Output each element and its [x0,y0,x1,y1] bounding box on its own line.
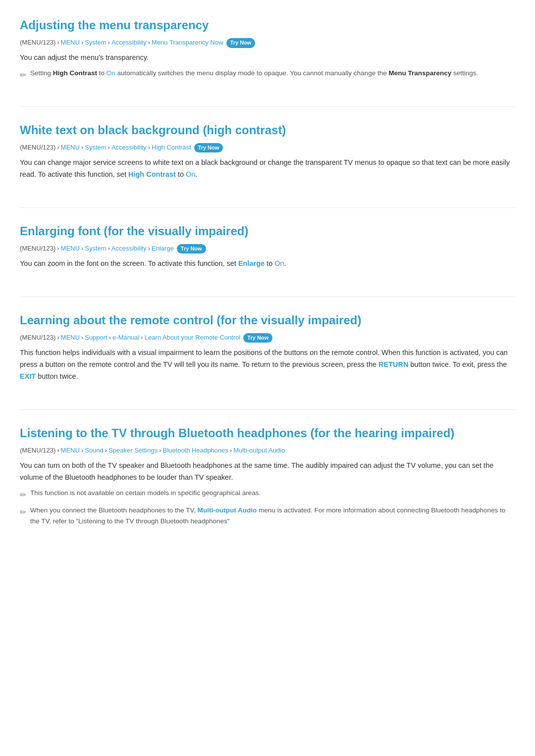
breadcrumb-menu-2: MENU [61,143,80,153]
sep: › [57,333,59,343]
sep: › [81,38,83,48]
breadcrumb-1: (MENU/123) › MENU › System › Accessibili… [20,38,515,48]
divider-1 [20,106,515,107]
sep: › [159,446,161,456]
section-title-3: Enlarging font (for the visually impaire… [20,222,515,241]
breadcrumb-menu123-4: (MENU/123) [20,333,55,343]
body-text-4: This function helps individuals with a v… [20,347,515,383]
body-text-2: You can change major service screens to … [20,157,515,181]
note-icon-1: ✏ [20,69,26,82]
sep: › [148,244,150,254]
note-1: ✏ Setting High Contrast to On automatica… [20,68,515,82]
section-enlarge-font: Enlarging font (for the visually impaire… [20,222,515,279]
try-now-badge-3[interactable]: Try Now [177,244,206,254]
body-text-3: You can zoom in the font on the screen. … [20,258,515,270]
breadcrumb-menu-transparency: Menu Transparency Now [152,38,223,48]
sep: › [109,333,111,343]
section-menu-transparency: Adjusting the menu transparency (MENU/12… [20,16,515,89]
breadcrumb-accessibility-3: Accessibility [111,244,147,254]
breadcrumb-menu123-3: (MENU/123) [20,244,55,254]
sep: › [57,244,59,254]
note-text-1: Setting High Contrast to On automaticall… [30,68,478,79]
breadcrumb-speaker-settings: Speaker Settings [108,446,158,456]
note-bt-2: ✏ When you connect the Bluetooth headpho… [20,505,515,526]
breadcrumb-bluetooth-headphones: Bluetooth Headphones [163,446,228,456]
section-title-1: Adjusting the menu transparency [20,16,515,35]
breadcrumb-menu-4: MENU [61,333,80,343]
divider-3 [20,297,515,297]
try-now-badge-2[interactable]: Try Now [194,143,223,153]
sep: › [148,143,150,153]
sep: › [81,143,83,153]
sep: › [57,446,59,456]
breadcrumb-multi-output: Multi-output Audio [233,446,285,456]
try-now-badge-4[interactable]: Try Now [243,333,272,343]
breadcrumb-2: (MENU/123) › MENU › System › Accessibili… [20,143,515,153]
breadcrumb-menu123-5: (MENU/123) [20,446,55,456]
breadcrumb-support: Support [85,333,107,343]
sep: › [81,333,83,343]
breadcrumb-system-2: System [85,143,106,153]
breadcrumb-menu123-2: (MENU/123) [20,143,55,153]
note-icon-bt-1: ✏ [20,489,26,502]
sep: › [108,244,110,254]
breadcrumb-system-1: System [85,38,106,48]
sep: › [105,446,107,456]
divider-2 [20,207,515,208]
breadcrumb-3: (MENU/123) › MENU › System › Accessibili… [20,244,515,254]
breadcrumb-high-contrast: High Contrast [152,143,191,153]
body-text-5: You can turn on both of the TV speaker a… [20,460,515,484]
breadcrumb-menu-5: MENU [61,446,80,456]
breadcrumb-menu123-1: (MENU/123) [20,38,55,48]
sep: › [57,38,59,48]
section-title-4: Learning about the remote control (for t… [20,311,515,330]
breadcrumb-menu-3: MENU [61,244,80,254]
note-icon-bt-2: ✏ [20,506,26,519]
sep: › [108,38,110,48]
breadcrumb-remote-learn: Learn About your Remote Control [145,333,241,343]
sep: › [108,143,110,153]
sep: › [81,446,83,456]
breadcrumb-4: (MENU/123) › MENU › Support › e-Manual ›… [20,333,515,343]
section-title-5: Listening to the TV through Bluetooth he… [20,424,515,443]
section-remote-control: Learning about the remote control (for t… [20,311,515,392]
breadcrumb-emanual: e-Manual [112,333,139,343]
section-title-2: White text on black background (high con… [20,121,515,140]
note-bt-1: ✏ This function is not available on cert… [20,488,515,502]
try-now-badge-1[interactable]: Try Now [226,38,256,48]
note-text-bt-2: When you connect the Bluetooth headphone… [30,505,515,526]
sep: › [81,244,83,254]
breadcrumb-sound: Sound [85,446,104,456]
breadcrumb-enlarge: Enlarge [152,244,174,254]
divider-4 [20,409,515,410]
sep: › [57,143,59,153]
note-text-bt-1: This function is not available on certai… [30,488,261,499]
section-bluetooth-headphones: Listening to the TV through Bluetooth he… [20,424,515,534]
sep: › [230,446,232,456]
sep: › [148,38,150,48]
breadcrumb-5: (MENU/123) › MENU › Sound › Speaker Sett… [20,446,515,456]
sep: › [141,333,143,343]
breadcrumb-accessibility-1: Accessibility [111,38,147,48]
breadcrumb-accessibility-2: Accessibility [111,143,147,153]
section-high-contrast: White text on black background (high con… [20,121,515,190]
body-text-1: You can adjust the menu's transparency. [20,52,515,64]
breadcrumb-system-3: System [85,244,106,254]
breadcrumb-menu-1: MENU [61,38,80,48]
